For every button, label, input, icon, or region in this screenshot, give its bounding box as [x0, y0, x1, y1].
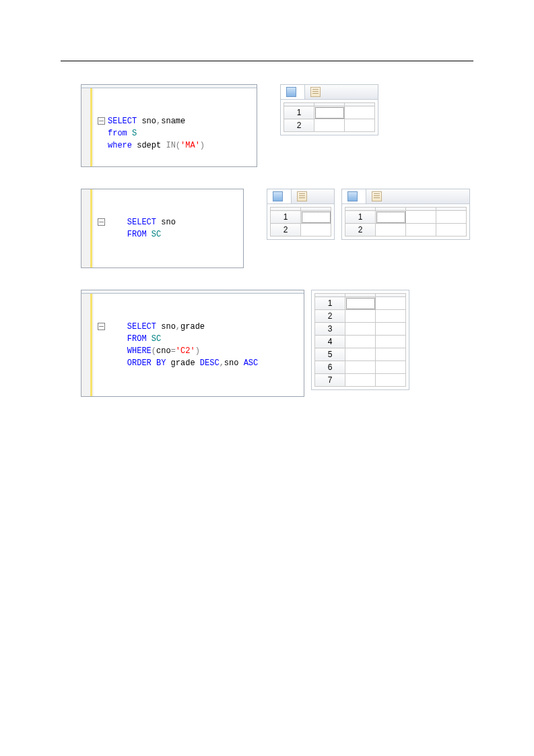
fold-icon[interactable]: [98, 218, 105, 226]
result-tabs-2b[interactable]: [342, 189, 469, 204]
result-tabs-2a[interactable]: [267, 189, 334, 204]
top-rule: [61, 61, 473, 61]
message-icon: [297, 191, 307, 201]
fold-icon[interactable]: [98, 323, 105, 330]
result-grid-2a: 1 2: [270, 207, 331, 237]
sql-editor-1: SELECT sno,sname from S where sdept IN('…: [81, 84, 257, 167]
result-grid-1: 1 2: [283, 102, 375, 132]
message-icon: [372, 191, 382, 201]
message-icon: [310, 87, 321, 97]
result-grid-2b: 1 2: [345, 207, 467, 237]
grid-icon: [347, 191, 358, 201]
result-tabs-1[interactable]: [281, 85, 378, 100]
sql-editor-3: SELECT sno,grade FROM SC WHERE(cno='C2')…: [81, 290, 304, 397]
fold-icon[interactable]: [98, 117, 105, 125]
sql-editor-2: SELECT sno FROM SC: [81, 189, 244, 268]
grid-icon: [273, 191, 283, 201]
grid-icon: [286, 87, 296, 97]
result-grid-3: 1 2 3 4 5 6 7: [314, 293, 406, 387]
